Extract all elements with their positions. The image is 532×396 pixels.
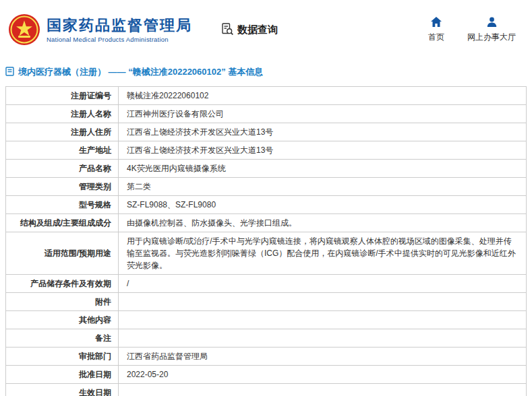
table-row: 生产地址江西省上饶经济技术开发区兴业大道13号 bbox=[6, 141, 527, 160]
field-label: 附件 bbox=[6, 293, 119, 311]
table-row: 注册人住所江西省上饶经济技术开发区兴业大道13号 bbox=[6, 123, 527, 141]
home-icon bbox=[431, 17, 442, 29]
table-row: 注册证编号赣械注准20222060102 bbox=[6, 87, 527, 105]
table-row: 附件 bbox=[6, 293, 527, 311]
brand: 国家药品监督管理局 National Medical Products Admi… bbox=[8, 13, 192, 46]
data-query-section: 数据查询 bbox=[220, 22, 278, 38]
field-value: 4K荧光医用内窥镜摄像系统 bbox=[119, 160, 527, 178]
nav-service-hall-label: 网上办事大厅 bbox=[467, 32, 516, 43]
page-title: 境内医疗器械（注册） —— “赣械注准20222060102” 基本信息 bbox=[18, 66, 263, 78]
table-row: 适用范围/预期用途用于内窥镜诊断/或治疗/手术中与光学内窥镜连接，将内窥镜观察人… bbox=[6, 232, 527, 275]
field-label: 审批部门 bbox=[6, 348, 119, 366]
table-row: 生效日期 bbox=[6, 384, 527, 396]
field-value: 2022-05-20 bbox=[119, 366, 527, 384]
user-icon bbox=[487, 17, 497, 29]
table-row: 批准日期2022-05-20 bbox=[6, 366, 527, 384]
table-row: 注册人名称江西神州医疗设备有限公司 bbox=[6, 105, 527, 123]
field-label: 其他内容 bbox=[6, 311, 119, 329]
brand-text: 国家药品监督管理局 National Medical Products Admi… bbox=[47, 16, 192, 44]
field-value: 江西神州医疗设备有限公司 bbox=[119, 105, 527, 123]
field-label: 注册人名称 bbox=[6, 105, 119, 123]
field-value bbox=[119, 384, 527, 396]
table-row: 结构及组成/主要组成成分由摄像机控制器、防水摄像头、光学接口组成。 bbox=[6, 214, 527, 232]
field-label: 结构及组成/主要组成成分 bbox=[6, 214, 119, 232]
field-value: 用于内窥镜诊断/或治疗/手术中与光学内窥镜连接，将内窥镜观察人体体腔的视场区域的… bbox=[119, 232, 527, 275]
field-label: 生产地址 bbox=[6, 141, 119, 160]
field-label: 备注 bbox=[6, 329, 119, 348]
table-row: 产品名称4K荧光医用内窥镜摄像系统 bbox=[6, 160, 527, 178]
field-label: 注册证编号 bbox=[6, 87, 119, 105]
field-value: 第二类 bbox=[119, 178, 527, 196]
header-nav: 首页 网上办事大厅 bbox=[428, 17, 516, 43]
field-value bbox=[119, 311, 527, 329]
field-value: 江西省上饶经济技术开发区兴业大道13号 bbox=[119, 123, 527, 141]
data-query-label: 数据查询 bbox=[237, 24, 278, 36]
field-label: 适用范围/预期用途 bbox=[6, 232, 119, 275]
nmpa-emblem-icon bbox=[8, 13, 40, 46]
data-query-icon bbox=[220, 22, 234, 38]
field-label: 生效日期 bbox=[6, 384, 119, 396]
site-header: 国家药品监督管理局 National Medical Products Admi… bbox=[0, 0, 532, 59]
page: 国家药品监督管理局 National Medical Products Admi… bbox=[0, 0, 532, 396]
field-value: SZ-FL9088、SZ-FL9080 bbox=[119, 196, 527, 214]
field-value bbox=[119, 293, 527, 311]
breadcrumb: 境内医疗器械（注册） —— “赣械注准20222060102” 基本信息 bbox=[0, 59, 532, 86]
table-row: 型号规格SZ-FL9088、SZ-FL9080 bbox=[6, 196, 527, 214]
field-label: 注册人住所 bbox=[6, 123, 119, 141]
field-value: 江西省上饶经济技术开发区兴业大道13号 bbox=[119, 141, 527, 160]
info-table: 注册证编号赣械注准20222060102注册人名称江西神州医疗设备有限公司注册人… bbox=[5, 86, 527, 396]
field-value bbox=[119, 329, 527, 348]
table-row: 审批部门江西省药品监督管理局 bbox=[6, 348, 527, 366]
field-label: 管理类别 bbox=[6, 178, 119, 196]
org-name-en: National Medical Products Administration bbox=[47, 36, 192, 43]
field-label: 产品储存条件及有效期 bbox=[6, 275, 119, 293]
table-row: 备注 bbox=[6, 329, 527, 348]
table-row: 管理类别第二类 bbox=[6, 178, 527, 196]
table-row: 其他内容 bbox=[6, 311, 527, 329]
field-value: 赣械注准20222060102 bbox=[119, 87, 527, 105]
nav-home[interactable]: 首页 bbox=[428, 17, 444, 43]
field-value: 江西省药品监督管理局 bbox=[119, 348, 527, 366]
nav-service-hall[interactable]: 网上办事大厅 bbox=[467, 17, 516, 43]
field-label: 产品名称 bbox=[6, 160, 119, 178]
nav-home-label: 首页 bbox=[428, 32, 444, 43]
field-label: 批准日期 bbox=[6, 366, 119, 384]
field-value: 由摄像机控制器、防水摄像头、光学接口组成。 bbox=[119, 214, 527, 232]
table-row: 产品储存条件及有效期/ bbox=[6, 275, 527, 293]
org-name-cn: 国家药品监督管理局 bbox=[47, 16, 192, 35]
info-table-body: 注册证编号赣械注准20222060102注册人名称江西神州医疗设备有限公司注册人… bbox=[6, 87, 527, 396]
field-value: / bbox=[119, 275, 527, 293]
document-icon bbox=[5, 67, 14, 78]
field-label: 型号规格 bbox=[6, 196, 119, 214]
